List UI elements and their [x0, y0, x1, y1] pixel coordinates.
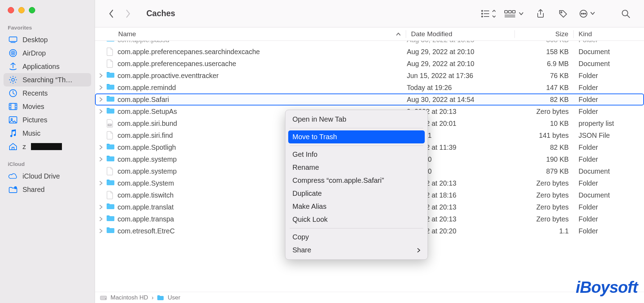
file-kind: Folder [574, 179, 644, 187]
file-size: Zero bytes [515, 179, 574, 187]
svg-text:PLIST: PLIST [108, 124, 112, 126]
menu-item[interactable]: Make Alias [285, 200, 428, 213]
path-segment[interactable]: User [168, 294, 180, 301]
minimize-icon[interactable] [18, 7, 25, 13]
disclosure-chevron-icon[interactable] [98, 217, 104, 221]
file-kind: Folder [574, 203, 644, 211]
path-segment[interactable]: Macintosh HD [111, 294, 148, 301]
menu-item[interactable]: Share [285, 244, 428, 257]
file-row[interactable]: com.apple.preferencepanes.usercacheAug 2… [95, 58, 644, 70]
file-size: 158 KB [515, 48, 574, 56]
share-button[interactable] [532, 7, 549, 20]
menu-item[interactable]: Rename [285, 161, 428, 174]
column-header-name[interactable]: Name [95, 30, 406, 38]
menu-item-label: Move to Trash [292, 133, 337, 141]
file-size: 6.9 MB [515, 60, 574, 68]
menu-item[interactable]: Duplicate [285, 187, 428, 200]
column-header-date[interactable]: Date Modified [406, 30, 514, 38]
file-size: 10 KB [515, 120, 574, 128]
sidebar-item-label: Desktop [23, 36, 48, 44]
doc-icon [106, 131, 115, 140]
sidebar-item-label: Pictures [23, 116, 47, 124]
sidebar-item[interactable]: Pictures [0, 113, 95, 127]
forward-button[interactable] [122, 7, 134, 20]
disclosure-chevron-icon[interactable] [98, 157, 104, 161]
zoom-icon[interactable] [29, 7, 35, 13]
sidebar-item[interactable]: Desktop [0, 33, 95, 46]
file-date: Aug 30, 2022 at 18:25 [407, 41, 515, 44]
page-title: Caches [146, 9, 175, 18]
apps-icon [8, 62, 18, 71]
submenu-chevron-icon [417, 248, 421, 253]
sidebar-item[interactable]: Music [0, 127, 95, 140]
disclosure-chevron-icon[interactable] [98, 73, 104, 78]
sidebar-item[interactable]: Movies [0, 100, 95, 113]
file-size: 879 KB [515, 167, 574, 175]
menu-item[interactable]: Compress “com.apple.Safari” [285, 174, 428, 187]
file-row[interactable]: com.apple.proactive.eventtrackerJun 15, … [95, 70, 644, 82]
path-bar: Macintosh HD › User [95, 292, 644, 303]
file-size: 141 bytes [515, 131, 574, 140]
file-kind: property list [574, 120, 644, 128]
finder-window: FavoritesDesktopAirDropApplicationsSearc… [0, 0, 644, 303]
file-row[interactable]: com.apple.passdAug 30, 2022 at 18:25308 … [95, 41, 644, 46]
file-kind: Folder [574, 143, 644, 152]
disclosure-chevron-icon[interactable] [98, 205, 104, 209]
section-label: Favorites [0, 23, 95, 33]
menu-item-label: Make Alias [292, 202, 327, 211]
file-date: Aug 29, 2022 at 20:10 [407, 60, 515, 68]
doc-icon [106, 59, 115, 68]
disclosure-chevron-icon[interactable] [98, 85, 104, 90]
disclosure-chevron-icon[interactable] [98, 109, 104, 114]
menu-item[interactable]: Quick Look [285, 213, 428, 226]
close-icon[interactable] [8, 7, 14, 13]
menu-item[interactable]: Copy [285, 231, 428, 244]
sidebar-item[interactable]: Shared [0, 183, 95, 196]
file-row[interactable]: com.apple.reminddToday at 19:26147 KBFol… [95, 82, 644, 94]
column-header-size[interactable]: Size [515, 30, 573, 38]
file-name: com.apple.passd [118, 41, 407, 44]
disclosure-chevron-icon[interactable] [98, 145, 104, 149]
group-button[interactable] [502, 7, 526, 20]
disk-icon [100, 295, 107, 301]
menu-item[interactable]: Open in New Tab [285, 113, 428, 126]
file-name: com.apple.remindd [118, 84, 407, 92]
back-button[interactable] [105, 7, 118, 20]
plist-icon: PLIST [106, 119, 115, 128]
disclosure-chevron-icon[interactable] [98, 229, 104, 233]
redacted-text [31, 143, 62, 150]
menu-item[interactable]: Get Info [285, 148, 428, 161]
tags-button[interactable] [555, 7, 572, 20]
sidebar-item-label: Shared [23, 186, 45, 194]
section-label: iCloud [0, 160, 95, 169]
file-name: com.apple.preferencepanes.searchindexcac… [118, 48, 407, 56]
file-row[interactable]: com.apple.SafariAug 30, 2022 at 14:5482 … [95, 94, 644, 105]
sidebar-item[interactable]: iCloud Drive [0, 169, 95, 183]
folder-icon [106, 227, 115, 235]
home-icon [8, 142, 18, 151]
file-size: 190 KB [515, 155, 574, 163]
sidebar-item[interactable]: z [0, 140, 95, 153]
traffic-lights [0, 4, 95, 23]
sidebar-item-label: Music [23, 129, 40, 137]
disclosure-chevron-icon[interactable] [98, 97, 104, 102]
sidebar-item-label: iCloud Drive [23, 172, 60, 180]
sidebar-item[interactable]: Applications [0, 60, 95, 73]
svg-rect-26 [512, 11, 515, 13]
sidebar-item[interactable]: Recents [0, 86, 95, 100]
column-header-kind[interactable]: Kind [574, 30, 644, 38]
gear-icon [8, 75, 18, 84]
more-button[interactable] [577, 7, 598, 20]
file-kind: Folder [574, 72, 644, 80]
menu-item[interactable]: Move to Trash [288, 130, 425, 143]
file-date: Jun 15, 2022 at 17:36 [407, 72, 515, 80]
view-list-button[interactable] [479, 7, 496, 20]
sidebar-item[interactable]: Searching “Th… [4, 73, 91, 86]
file-size: 82 KB [515, 96, 574, 104]
file-row[interactable]: com.apple.preferencepanes.searchindexcac… [95, 46, 644, 58]
sidebar-item[interactable]: AirDrop [0, 46, 95, 60]
file-size: Zero bytes [515, 191, 574, 199]
disclosure-chevron-icon[interactable] [98, 181, 104, 185]
search-button[interactable] [617, 7, 634, 20]
doc-icon [106, 191, 115, 199]
